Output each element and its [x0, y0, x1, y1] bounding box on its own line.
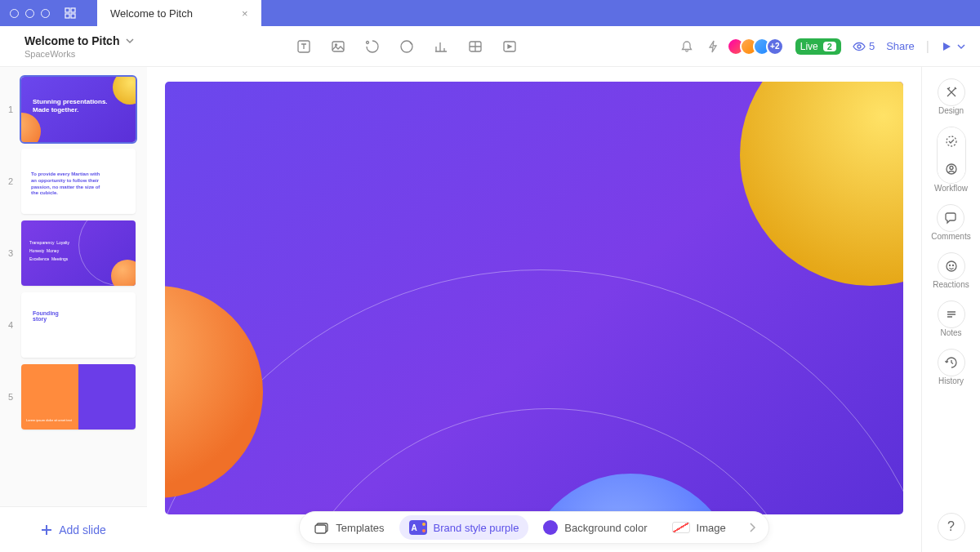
reactions-label: Reactions	[933, 280, 969, 289]
shape-sphere-yellow	[740, 82, 903, 286]
design-label: Design	[938, 106, 964, 115]
slide-panel: 1 Stunning presentations.Made together. …	[0, 67, 147, 552]
svg-rect-3	[71, 14, 75, 18]
live-label: Live	[800, 41, 818, 52]
bell-icon[interactable]	[679, 39, 694, 54]
slide-number: 1	[5, 105, 16, 114]
slide-thumbnail[interactable]: Foundingstory	[21, 292, 136, 358]
image-swatch-icon	[672, 522, 690, 533]
shape-tool-icon[interactable]	[365, 39, 380, 54]
slide-number: 3	[5, 248, 16, 258]
views-count: 5	[869, 40, 875, 52]
document-tab[interactable]: Welcome to Pitch ×	[97, 0, 261, 26]
svg-rect-5	[332, 42, 344, 51]
canvas-area: Templates A Brand style purple Backgroun…	[147, 67, 921, 552]
thumb-title: Transparency LoyaltyHonesty MoneyExcelle…	[29, 238, 69, 263]
chart-tool-icon[interactable]	[434, 39, 448, 54]
design-button[interactable]	[938, 78, 965, 106]
svg-point-7	[367, 41, 369, 43]
brand-style-label: Brand style purple	[434, 522, 519, 534]
window-titlebar: Welcome to Pitch ×	[0, 0, 980, 26]
design-icon	[945, 86, 958, 99]
slide-canvas[interactable]	[165, 82, 903, 514]
svg-rect-0	[65, 8, 69, 12]
svg-point-14	[947, 136, 956, 146]
background-color-button[interactable]: Background color	[533, 515, 657, 540]
add-slide-button[interactable]: Add slide	[0, 506, 147, 552]
slide-thumbnail[interactable]: To provide every Martian with an opportu…	[21, 149, 136, 214]
close-tab-icon[interactable]: ×	[242, 7, 248, 20]
table-tool-icon[interactable]	[468, 39, 483, 54]
comments-button[interactable]	[937, 204, 964, 232]
views-counter[interactable]: 5	[853, 40, 875, 53]
slide-number: 4	[5, 320, 16, 330]
help-button[interactable]: ?	[938, 513, 965, 541]
image-button[interactable]: Image	[662, 515, 736, 540]
text-tool-icon[interactable]	[296, 39, 311, 54]
workflow-label: Workflow	[934, 184, 968, 193]
slide-thumb-3[interactable]: 3 Transparency LoyaltyHonesty MoneyExcel…	[0, 217, 147, 289]
svg-point-16	[950, 167, 953, 170]
chevron-right-icon[interactable]	[741, 523, 764, 532]
status-button[interactable]	[938, 127, 965, 155]
slide-thumb-1[interactable]: 1 Stunning presentations.Made together.	[0, 73, 147, 145]
slide-thumbnail[interactable]: Lorem ipsum dolor sit amet text	[21, 364, 136, 430]
plus-icon	[41, 524, 52, 536]
share-button[interactable]: Share	[886, 40, 915, 52]
check-circle-icon	[945, 135, 958, 148]
live-badge[interactable]: Live 2	[795, 38, 841, 55]
assign-button[interactable]	[938, 155, 965, 183]
app-header: Welcome to Pitch SpaceWorks +2 Live 2	[0, 26, 980, 67]
window-close-icon[interactable]	[10, 9, 19, 18]
notes-icon	[945, 308, 958, 321]
slide-number: 5	[5, 392, 16, 402]
header-right: +2 Live 2 5 Share |	[679, 38, 965, 56]
slide-thumbnail[interactable]: Stunning presentations.Made together.	[21, 77, 136, 142]
right-rail: Design Workflow Comments Reactions Notes…	[921, 67, 980, 552]
apps-grid-icon[interactable]	[65, 7, 76, 19]
chevron-down-icon[interactable]	[957, 42, 965, 51]
templates-button[interactable]: Templates	[305, 515, 394, 540]
window-min-icon[interactable]	[25, 9, 34, 18]
present-button[interactable]	[941, 41, 965, 52]
notes-label: Notes	[940, 328, 961, 337]
background-color-label: Background color	[564, 522, 647, 534]
thumb-title: Foundingstory	[33, 310, 59, 322]
insert-toolbar	[296, 39, 517, 54]
document-title: Welcome to Pitch	[24, 34, 119, 47]
smile-icon	[945, 260, 958, 273]
brand-style-button[interactable]: A Brand style purple	[399, 515, 529, 540]
brand-swatch-icon: A	[409, 520, 427, 535]
style-toolbar: Templates A Brand style purple Backgroun…	[299, 511, 768, 544]
sticker-tool-icon[interactable]	[399, 39, 414, 54]
window-max-icon[interactable]	[41, 9, 50, 18]
notes-button[interactable]	[938, 300, 965, 328]
slide-thumbnail[interactable]: Transparency LoyaltyHonesty MoneyExcelle…	[21, 220, 136, 286]
reactions-button[interactable]	[938, 252, 965, 280]
title-block[interactable]: Welcome to Pitch SpaceWorks	[24, 34, 134, 59]
thumb-title: Stunning presentations.Made together.	[33, 98, 108, 114]
comments-label: Comments	[931, 232, 970, 241]
collaborator-avatars[interactable]: +2	[732, 38, 784, 56]
color-swatch-icon	[543, 520, 558, 535]
slide-thumb-4[interactable]: 4 Foundingstory	[0, 289, 147, 361]
templates-label: Templates	[336, 522, 384, 534]
slide-number: 2	[5, 176, 16, 186]
svg-rect-2	[65, 14, 69, 18]
svg-point-11	[858, 45, 861, 48]
embed-tool-icon[interactable]	[502, 39, 517, 54]
history-button[interactable]	[938, 349, 965, 376]
slide-thumb-2[interactable]: 2 To provide every Martian with an oppor…	[0, 145, 147, 217]
play-icon	[941, 41, 952, 52]
svg-point-19	[952, 265, 953, 266]
svg-rect-1	[71, 8, 75, 12]
history-label: History	[938, 376, 964, 385]
chevron-down-icon[interactable]	[126, 37, 134, 45]
add-slide-label: Add slide	[59, 523, 106, 536]
image-tool-icon[interactable]	[331, 39, 345, 54]
image-label: Image	[697, 522, 726, 534]
slide-thumb-5[interactable]: 5 Lorem ipsum dolor sit amet text	[0, 361, 147, 433]
live-count: 2	[823, 42, 836, 51]
thumb-title: Lorem ipsum dolor sit amet text	[26, 418, 76, 423]
bolt-icon[interactable]	[706, 39, 720, 54]
